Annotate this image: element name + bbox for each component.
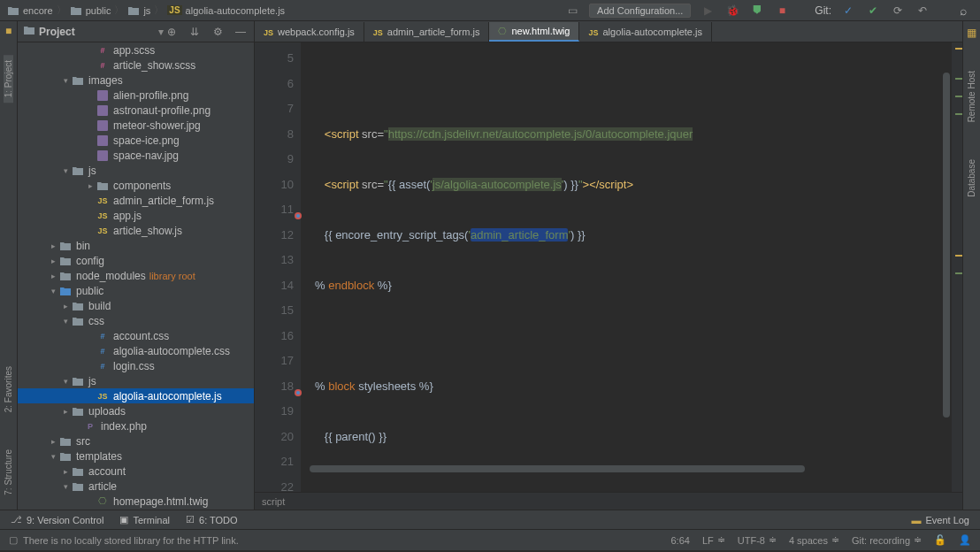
line-number[interactable]: 16: [255, 324, 294, 349]
tree-item[interactable]: JSadmin_article_form.js: [18, 193, 254, 208]
project-view-bookmark-icon[interactable]: ■: [5, 25, 11, 37]
tree-item[interactable]: ▾js: [18, 373, 254, 388]
project-tree[interactable]: #app.scss#article_show.scss▾imagesalien-…: [18, 42, 254, 510]
error-stripe[interactable]: [952, 42, 962, 492]
line-ending[interactable]: LF ≑: [702, 534, 725, 546]
editor-tab[interactable]: JSalgolia-autocomplete.js: [579, 22, 712, 42]
tree-item[interactable]: ▸uploads: [18, 403, 254, 418]
coverage-icon[interactable]: ⛊: [749, 3, 765, 19]
line-number[interactable]: 8: [255, 122, 294, 148]
line-number[interactable]: 5: [255, 46, 294, 72]
git-status[interactable]: Git: recording ≑: [852, 534, 922, 546]
run-icon[interactable]: ▶: [700, 3, 716, 19]
tree-item[interactable]: JSalgolia-autocomplete.js: [18, 388, 254, 403]
breadcrumb-item[interactable]: encore: [23, 5, 53, 16]
expand-arrow-icon[interactable]: ▸: [48, 437, 58, 446]
line-number[interactable]: 17: [255, 349, 294, 374]
git-update-icon[interactable]: ✓: [840, 3, 856, 19]
line-number[interactable]: 11: [255, 197, 294, 223]
git-history-icon[interactable]: ⟳: [890, 3, 906, 19]
expand-arrow-icon[interactable]: ▾: [60, 166, 71, 175]
expand-arrow-icon[interactable]: ▾: [60, 482, 71, 491]
hide-icon[interactable]: —: [233, 24, 249, 40]
tree-item[interactable]: ▸src: [18, 433, 254, 448]
rail-tab-database[interactable]: Database: [967, 154, 976, 203]
tree-item[interactable]: astronaut-profile.png: [18, 103, 254, 118]
breadcrumb-item[interactable]: js: [143, 5, 150, 16]
rail-tab-structure[interactable]: 7: Structure: [4, 444, 13, 501]
rail-tab-project[interactable]: 1: Project: [4, 55, 13, 103]
tree-item[interactable]: ▾public: [18, 283, 254, 298]
line-number[interactable]: 9: [255, 147, 294, 172]
git-commit-icon[interactable]: ✔: [865, 3, 881, 19]
editor-tab[interactable]: JSadmin_article_form.js: [364, 22, 490, 42]
tree-item[interactable]: ⎔show.html.twig: [18, 509, 254, 510]
line-number[interactable]: 12: [255, 223, 294, 249]
breadcrumb-item[interactable]: public: [86, 5, 111, 16]
expand-arrow-icon[interactable]: ▸: [48, 242, 58, 250]
tool-vcs[interactable]: ⎇9: Version Control: [11, 514, 103, 525]
expand-arrow-icon[interactable]: ▾: [48, 287, 58, 295]
expand-arrow-icon[interactable]: ▸: [85, 181, 96, 190]
tree-item[interactable]: ⎔homepage.html.twig: [18, 494, 254, 509]
editor-tab[interactable]: JSwebpack.config.js: [255, 22, 364, 42]
add-configuration-button[interactable]: Add Configuration...: [589, 4, 691, 18]
gutter[interactable]: 5678910111213141516171819202122: [255, 42, 301, 492]
breadcrumbs[interactable]: encore 〉 public 〉 js 〉 JS algolia-autoco…: [0, 4, 285, 17]
tree-item[interactable]: JSapp.js: [18, 208, 254, 223]
stop-icon[interactable]: ■: [774, 3, 790, 19]
tree-item[interactable]: ▸account: [18, 464, 254, 479]
line-number[interactable]: 6: [255, 72, 294, 97]
line-number[interactable]: 15: [255, 298, 294, 324]
hector-icon[interactable]: 👤: [959, 534, 971, 546]
lock-icon[interactable]: 🔓: [934, 534, 946, 546]
expand-arrow-icon[interactable]: ▸: [60, 467, 71, 476]
tree-item[interactable]: #account.css: [18, 328, 254, 343]
expand-arrow-icon[interactable]: ▾: [60, 317, 71, 326]
tree-item[interactable]: ▸bin: [18, 238, 254, 253]
tree-item[interactable]: JSarticle_show.js: [18, 223, 254, 238]
tool-eventlog[interactable]: ▬Event Log: [911, 515, 969, 525]
code-area[interactable]: <script src="https://cdn.jsdelivr.net/au…: [301, 42, 952, 492]
rail-tab-favorites[interactable]: 2: Favorites: [4, 361, 13, 418]
locate-icon[interactable]: ⊕: [164, 24, 180, 40]
breadcrumb-item[interactable]: algolia-autocomplete.js: [186, 5, 286, 16]
vertical-scrollbar[interactable]: [943, 64, 952, 474]
tree-item[interactable]: alien-profile.png: [18, 88, 254, 103]
expand-arrow-icon[interactable]: ▸: [60, 302, 71, 310]
tree-item[interactable]: ▸components: [18, 178, 254, 193]
editor-breadcrumb[interactable]: script: [255, 492, 962, 510]
tree-item[interactable]: ▾css: [18, 313, 254, 328]
tree-item[interactable]: ▾js: [18, 163, 254, 178]
tree-item[interactable]: ▸config: [18, 253, 254, 268]
search-icon[interactable]: ⌕: [955, 3, 971, 19]
tree-item[interactable]: #article_show.scss: [18, 58, 254, 73]
expand-arrow-icon[interactable]: ▸: [48, 272, 58, 280]
emulator-icon[interactable]: ▭: [564, 3, 580, 19]
gear-icon[interactable]: ⚙: [210, 24, 226, 40]
tree-item[interactable]: meteor-shower.jpg: [18, 118, 254, 133]
line-number[interactable]: 13: [255, 248, 294, 273]
expand-arrow-icon[interactable]: ▾: [60, 76, 71, 85]
git-revert-icon[interactable]: ↶: [915, 3, 930, 19]
collapse-icon[interactable]: ⇊: [187, 24, 203, 40]
tool-todo[interactable]: ☑6: TODO: [186, 514, 238, 525]
tool-terminal[interactable]: ▣Terminal: [119, 514, 170, 525]
line-number[interactable]: 10: [255, 172, 294, 198]
line-number[interactable]: 22: [255, 475, 294, 493]
editor-tab[interactable]: ⎔new.html.twig: [489, 22, 579, 42]
rail-tab-remote[interactable]: Remote Host: [967, 65, 976, 127]
tree-item[interactable]: #algolia-autocomplete.css: [18, 343, 254, 358]
tree-item[interactable]: ▾images: [18, 73, 254, 88]
tree-item[interactable]: #login.css: [18, 358, 254, 373]
tree-item[interactable]: space-ice.png: [18, 133, 254, 148]
line-number[interactable]: 21: [255, 449, 294, 475]
line-number[interactable]: 7: [255, 96, 294, 122]
horizontal-scrollbar[interactable]: [301, 465, 962, 474]
expand-arrow-icon[interactable]: ▸: [48, 257, 58, 265]
db-icon[interactable]: ▦: [967, 27, 976, 39]
expand-arrow-icon[interactable]: ▾: [48, 452, 58, 461]
line-number[interactable]: 19: [255, 399, 294, 425]
indent[interactable]: 4 spaces ≑: [789, 534, 839, 546]
cursor-position[interactable]: 6:64: [671, 535, 690, 546]
